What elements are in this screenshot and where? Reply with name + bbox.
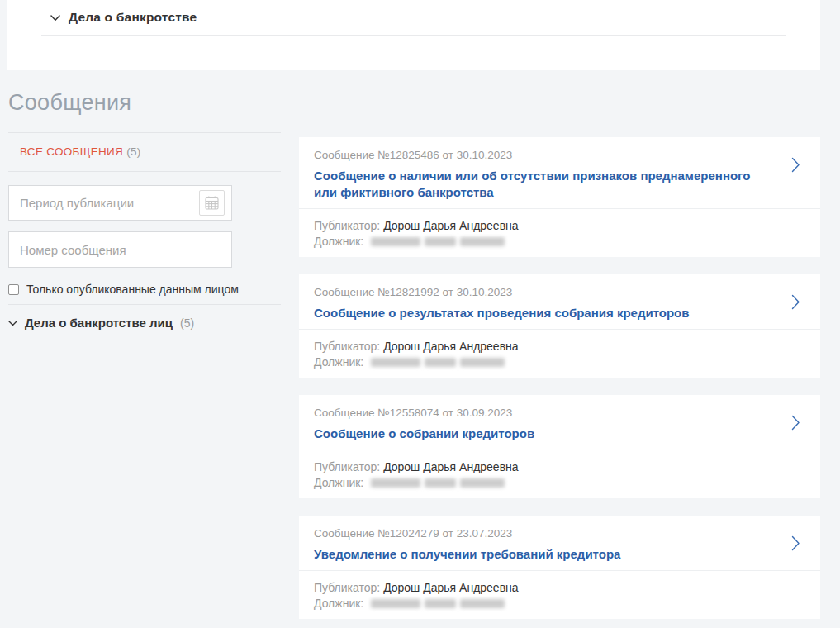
all-messages-link[interactable]: ВСЕ СООБЩЕНИЯ(5) (20, 145, 141, 158)
message-card[interactable]: Сообщение №12821992 от 30.10.2023 Сообще… (299, 274, 820, 378)
divider (41, 35, 786, 36)
persons-cases-count: (5) (180, 316, 194, 330)
only-published-label: Только опубликованные данным лицом (26, 283, 239, 296)
message-meta: Сообщение №12821992 от 30.10.2023 (314, 286, 762, 299)
debtor-row: Должник: (314, 596, 805, 611)
message-card[interactable]: Сообщение №12558074 от 30.09.2023 Сообще… (299, 395, 820, 498)
message-card-top[interactable]: Сообщение №12821992 от 30.10.2023 Сообще… (299, 274, 820, 329)
bankruptcy-cases-title: Дела о банкротстве (69, 10, 197, 25)
debtor-name-redacted (371, 358, 505, 367)
message-card-details: Публикатор: Дорош Дарья Андреевна Должни… (299, 209, 820, 257)
debtor-label: Должник: (314, 235, 363, 248)
chevron-right-icon[interactable] (791, 157, 800, 176)
message-title-link[interactable]: Сообщение о наличии или об отсутствии пр… (314, 168, 762, 201)
divider (8, 132, 281, 133)
all-messages-label: ВСЕ СООБЩЕНИЯ (20, 145, 123, 158)
only-published-checkbox-row[interactable]: Только опубликованные данным лицом (8, 283, 239, 296)
publisher-label: Публикатор: (314, 340, 380, 353)
debtor-name-redacted (371, 599, 505, 608)
message-card-top[interactable]: Сообщение №12024279 от 23.07.2023 Уведом… (299, 516, 820, 570)
bankruptcy-cases-panel: Дела о банкротстве (7, 0, 820, 70)
message-title-link[interactable]: Сообщение о результатах проведения собра… (314, 305, 762, 321)
publisher-label: Публикатор: (314, 581, 380, 594)
publisher-label: Публикатор: (314, 219, 380, 232)
debtor-label: Должник: (314, 355, 363, 369)
publisher-name: Дорош Дарья Андреевна (383, 581, 519, 594)
chevron-down-icon (50, 15, 60, 21)
debtor-name-redacted (371, 237, 505, 246)
divider (8, 304, 281, 305)
message-card-details: Публикатор: Дорош Дарья Андреевна Должни… (299, 571, 820, 619)
message-card-top[interactable]: Сообщение №12558074 от 30.09.2023 Сообще… (299, 395, 820, 450)
message-card-details: Публикатор: Дорош Дарья Андреевна Должни… (299, 450, 820, 498)
message-list: Сообщение №12825486 от 30.10.2023 Сообще… (299, 137, 820, 628)
debtor-name-redacted (371, 478, 505, 488)
chevron-right-icon[interactable] (791, 535, 800, 554)
message-title-link[interactable]: Сообщение о собрании кредиторов (314, 426, 762, 442)
debtor-label: Должник: (314, 597, 363, 610)
publisher-name: Дорош Дарья Андреевна (383, 219, 519, 232)
message-title-link[interactable]: Уведомление о получении требований креди… (314, 546, 762, 563)
publisher-row: Публикатор: Дорош Дарья Андреевна (314, 580, 805, 596)
message-card-details: Публикатор: Дорош Дарья Андреевна Должни… (299, 330, 820, 378)
calendar-icon (204, 195, 220, 211)
only-published-checkbox[interactable] (8, 284, 19, 295)
publisher-name: Дорош Дарья Андреевна (383, 340, 519, 353)
all-messages-count: (5) (126, 145, 140, 158)
debtor-row: Должник: (314, 234, 805, 250)
message-card[interactable]: Сообщение №12024279 от 23.07.2023 Уведом… (299, 516, 820, 619)
publisher-row: Публикатор: Дорош Дарья Андреевна (314, 218, 805, 234)
chevron-down-icon (8, 321, 17, 326)
message-meta: Сообщение №12558074 от 30.09.2023 (314, 407, 762, 420)
publisher-name: Дорош Дарья Андреевна (383, 460, 519, 473)
publisher-label: Публикатор: (314, 460, 380, 473)
persons-cases-title: Дела о банкротстве лиц (25, 316, 173, 330)
bankruptcy-cases-header[interactable]: Дела о банкротстве (50, 10, 197, 25)
chevron-right-icon[interactable] (791, 294, 800, 313)
message-card-top[interactable]: Сообщение №12825486 от 30.10.2023 Сообще… (299, 137, 820, 208)
message-meta: Сообщение №12024279 от 23.07.2023 (314, 527, 762, 540)
chevron-right-icon[interactable] (791, 415, 800, 434)
debtor-label: Должник: (314, 476, 363, 489)
publisher-row: Публикатор: Дорош Дарья Андреевна (314, 459, 805, 475)
debtor-row: Должник: (314, 475, 805, 491)
message-meta: Сообщение №12825486 от 30.10.2023 (314, 149, 762, 162)
calendar-button[interactable] (199, 190, 225, 216)
message-number-input[interactable] (8, 231, 232, 268)
divider (8, 171, 281, 172)
persons-cases-header[interactable]: Дела о банкротстве лиц (5) (8, 316, 194, 330)
message-card[interactable]: Сообщение №12825486 от 30.10.2023 Сообще… (299, 137, 820, 257)
publisher-row: Публикатор: Дорош Дарья Андреевна (314, 339, 805, 354)
page-title: Сообщения (8, 90, 131, 116)
debtor-row: Должник: (314, 354, 805, 370)
